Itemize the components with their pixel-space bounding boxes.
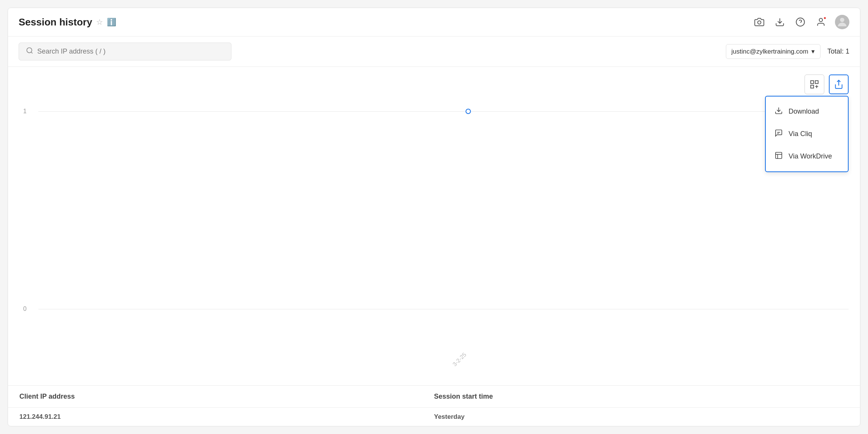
download-menu-icon <box>774 106 783 117</box>
download-header-icon[interactable] <box>773 16 786 29</box>
via-cliq-label: Via Cliq <box>789 130 812 138</box>
chart-y-label-1: 1 <box>23 108 27 115</box>
svg-point-2 <box>796 18 805 26</box>
top-bar-right <box>753 15 849 29</box>
download-label: Download <box>789 108 819 116</box>
chart-data-point <box>466 109 471 114</box>
screenshot-icon[interactable] <box>753 16 766 29</box>
search-input[interactable] <box>37 48 224 55</box>
svg-rect-9 <box>811 81 814 84</box>
star-icon[interactable]: ☆ <box>96 17 103 27</box>
svg-rect-11 <box>811 85 814 88</box>
chart-x-label: 3-2-25 <box>451 351 467 367</box>
chart-gridline-0 <box>38 309 849 309</box>
notification-dot <box>823 16 827 20</box>
svg-point-4 <box>819 18 823 22</box>
total-label: Total: 1 <box>827 48 849 55</box>
via-workdrive-label: Via WorkDrive <box>789 152 832 160</box>
cliq-menu-icon <box>774 129 783 139</box>
email-dropdown[interactable]: justinc@zylkertraining.com ▾ <box>726 44 820 59</box>
notifications-icon[interactable] <box>814 16 827 29</box>
svg-line-8 <box>31 52 33 54</box>
help-icon[interactable] <box>794 16 807 29</box>
svg-point-0 <box>758 21 761 24</box>
info-icon[interactable]: ℹ️ <box>107 17 116 27</box>
table-cell-ip: 121.244.91.21 <box>19 413 434 421</box>
toolbar-right: justinc@zylkertraining.com ▾ Total: 1 <box>726 44 849 59</box>
workdrive-menu-icon <box>774 151 783 162</box>
export-dropdown-menu: Download Via Cliq <box>765 96 849 172</box>
via-workdrive-menu-item[interactable]: Via WorkDrive <box>766 145 848 168</box>
chart-area: 1 0 3-2-25 <box>8 67 860 385</box>
chart-y-label-0: 0 <box>23 306 27 312</box>
top-bar-left: Session history ☆ ℹ️ <box>19 16 116 28</box>
svg-point-6 <box>840 18 844 22</box>
chart-gridline-1 <box>38 111 849 112</box>
table-row: 121.244.91.21 Yesterday <box>8 407 860 426</box>
avatar[interactable] <box>835 15 849 29</box>
search-icon <box>26 47 33 56</box>
widget-button[interactable] <box>805 74 824 94</box>
top-bar: Session history ☆ ℹ️ <box>8 8 860 36</box>
page-title: Session history <box>19 16 92 28</box>
email-label: justinc@zylkertraining.com <box>732 48 808 55</box>
chevron-down-icon: ▾ <box>811 48 815 55</box>
table-col-ip-header: Client IP address <box>19 393 434 401</box>
table-col-session-header: Session start time <box>434 393 849 401</box>
download-menu-item[interactable]: Download <box>766 100 848 123</box>
svg-rect-10 <box>815 81 818 84</box>
toolbar: justinc@zylkertraining.com ▾ Total: 1 <box>8 36 860 67</box>
svg-rect-16 <box>776 152 782 159</box>
export-button[interactable] <box>829 74 849 94</box>
search-box[interactable] <box>19 43 231 60</box>
table-header: Client IP address Session start time <box>8 385 860 407</box>
table-cell-session: Yesterday <box>434 413 849 421</box>
svg-point-7 <box>27 48 32 53</box>
via-cliq-menu-item[interactable]: Via Cliq <box>766 123 848 145</box>
